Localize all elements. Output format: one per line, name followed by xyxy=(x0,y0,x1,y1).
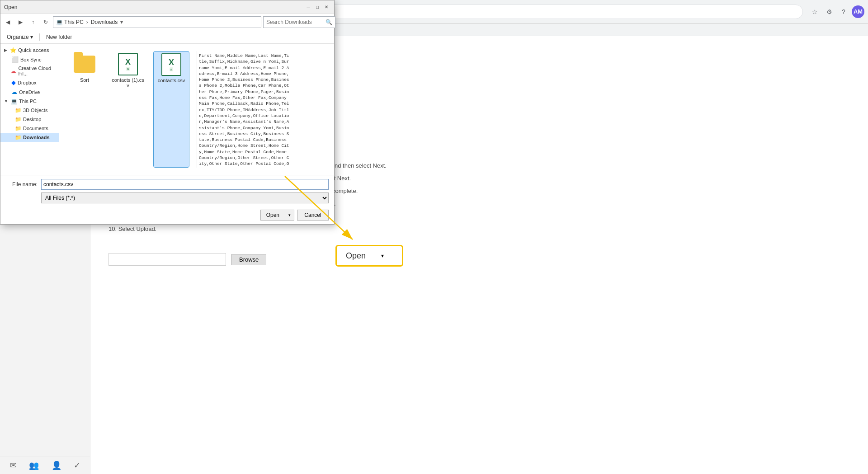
nav-label: Quick access xyxy=(18,47,49,53)
sort-folder-icon xyxy=(73,53,96,75)
nav-label: 3D Objects xyxy=(23,108,47,113)
search-icon: 🔍 xyxy=(326,19,332,25)
dialog-toolbar: Organize ▾ New folder xyxy=(0,30,334,44)
new-folder-button[interactable]: New folder xyxy=(43,33,75,41)
nav-label: Creative Cloud Fil... xyxy=(18,66,56,76)
filename-label: File name: xyxy=(6,181,38,188)
quick-access-icon: ⭐ xyxy=(10,47,16,53)
callout-arrow-button[interactable]: ▾ xyxy=(375,249,389,263)
nav-label: Box Sync xyxy=(20,57,41,62)
dialog-nav-panel: ▶ ⭐ Quick access ⬜ Box Sync ☁ Creative C… xyxy=(0,44,59,175)
dialog-refresh-button[interactable]: ↻ xyxy=(40,17,51,28)
dialog-up-button[interactable]: ↑ xyxy=(28,17,38,28)
file-label-contacts: contacts.csv xyxy=(158,78,185,83)
toolbar-separator xyxy=(39,33,40,41)
nav-label: OneDrive xyxy=(19,89,40,95)
dialog-window-controls: ─ □ ✕ xyxy=(304,3,330,11)
nav-box-sync[interactable]: ⬜ Box Sync xyxy=(0,55,59,64)
nav-documents[interactable]: 📁 Documents xyxy=(0,124,59,133)
file-label-contacts1: contacts (1).csv xyxy=(112,77,144,88)
file-item-contacts1[interactable]: X a contacts (1).csv xyxy=(110,51,146,168)
open-button-group: Open ▾ xyxy=(260,210,294,221)
nav-onedrive[interactable]: ☁ OneDrive xyxy=(0,87,59,97)
dialog-overlay: Open ─ □ ✕ ◀ ▶ ↑ ↻ 💻 This PC › Downloads… xyxy=(0,0,868,474)
filetype-row: All Files (*.*) xyxy=(6,192,329,203)
nav-label: Documents xyxy=(23,126,48,131)
dialog-forward-button[interactable]: ▶ xyxy=(15,17,26,28)
nav-this-pc[interactable]: ▼ 💻 This PC xyxy=(0,97,59,106)
folder-icon: 📁 xyxy=(15,107,21,113)
nav-desktop[interactable]: 📁 Desktop xyxy=(0,115,59,124)
dialog-close-button[interactable]: ✕ xyxy=(322,3,330,11)
dialog-search-input[interactable] xyxy=(263,16,335,28)
cancel-button[interactable]: Cancel xyxy=(297,210,329,221)
contacts-icon: X a xyxy=(160,53,183,76)
dialog-search-container: 🔍 xyxy=(263,16,332,28)
filetype-select[interactable]: All Files (*.*) xyxy=(41,192,329,203)
dialog-path-bar[interactable]: 💻 This PC › Downloads ▾ xyxy=(53,16,261,28)
file-item-contacts[interactable]: X a contacts.csv xyxy=(153,51,189,168)
dialog-body: ▶ ⭐ Quick access ⬜ Box Sync ☁ Creative C… xyxy=(0,44,334,175)
filename-input[interactable] xyxy=(41,179,329,190)
dropbox-icon: ◆ xyxy=(11,79,16,86)
file-label-sort: Sort xyxy=(80,77,89,83)
callout-open-button[interactable]: Open xyxy=(337,248,375,264)
dialog-buttons: Open ▾ Cancel xyxy=(0,207,334,224)
nav-3d-objects[interactable]: 📁 3D Objects xyxy=(0,106,59,115)
downloads-folder-icon: 📁 xyxy=(15,134,21,141)
file-item-sort[interactable]: Sort xyxy=(66,51,103,168)
dialog-title: Open xyxy=(4,4,17,10)
file-text-preview: First Name,Middle Name,Last Name,Title,S… xyxy=(197,51,292,168)
nav-dropbox[interactable]: ◆ Dropbox xyxy=(0,78,59,87)
nav-quick-access[interactable]: ▶ ⭐ Quick access xyxy=(0,46,59,55)
creative-cloud-icon: ☁ xyxy=(10,68,16,75)
dialog-titlebar: Open ─ □ ✕ xyxy=(0,0,334,14)
dialog-file-list: Sort X a contacts (1).csv xyxy=(59,44,334,175)
open-button-callout: Open ▾ xyxy=(335,245,403,267)
dialog-back-button[interactable]: ◀ xyxy=(2,17,13,28)
dialog-minimize-button[interactable]: ─ xyxy=(304,3,312,11)
contacts1-icon: X a xyxy=(117,53,139,75)
open-button-arrow[interactable]: ▾ xyxy=(285,210,294,221)
nav-creative-cloud[interactable]: ☁ Creative Cloud Fil... xyxy=(0,64,59,78)
nav-downloads[interactable]: 📁 Downloads xyxy=(0,133,59,142)
open-button[interactable]: Open xyxy=(260,210,285,221)
path-this-pc: 💻 This PC xyxy=(56,19,84,25)
this-pc-icon: 💻 xyxy=(11,98,17,104)
path-downloads: Downloads xyxy=(91,19,118,25)
organize-button[interactable]: Organize ▾ xyxy=(4,33,36,41)
dialog-bottom: File name: All Files (*.*) xyxy=(0,175,334,207)
nav-label: Dropbox xyxy=(18,80,37,85)
filename-row: File name: xyxy=(6,179,329,190)
folder-icon: 📁 xyxy=(15,125,21,131)
nav-label: Downloads xyxy=(23,135,50,140)
folder-icon: 📁 xyxy=(15,116,21,122)
dialog-maximize-button[interactable]: □ xyxy=(313,3,321,11)
nav-label: Desktop xyxy=(23,117,41,122)
onedrive-icon: ☁ xyxy=(11,89,17,95)
box-sync-icon: ⬜ xyxy=(11,56,19,63)
file-open-dialog: Open ─ □ ✕ ◀ ▶ ↑ ↻ 💻 This PC › Downloads… xyxy=(0,0,335,225)
dialog-address-row: ◀ ▶ ↑ ↻ 💻 This PC › Downloads ▾ 🔍 xyxy=(0,14,334,30)
nav-label: This PC xyxy=(19,99,37,104)
